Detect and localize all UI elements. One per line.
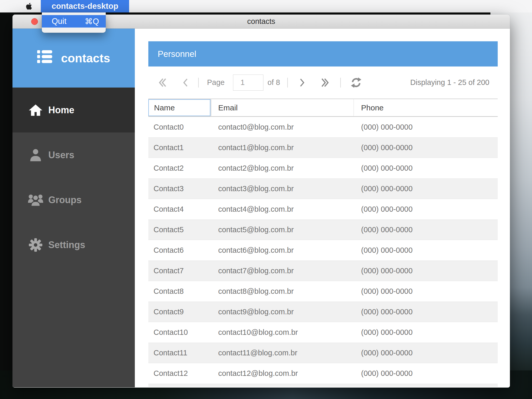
page-number-input[interactable] xyxy=(233,75,263,91)
sidebar-item-groups[interactable]: Groups xyxy=(12,177,135,222)
cell-phone: (000) 000-0000 xyxy=(354,184,498,193)
cell-phone: (000) 000-0000 xyxy=(354,267,498,275)
column-header-name[interactable]: Name xyxy=(148,99,210,116)
table-row[interactable]: Contact7contact7@blog.com.br(000) 000-00… xyxy=(148,261,498,281)
cell-phone: (000) 000-0000 xyxy=(354,328,498,337)
pagination-toolbar: Page of 8 xyxy=(148,66,498,98)
cell-phone: (000) 000-0000 xyxy=(354,246,498,255)
cell-email: contact8@blog.com.br xyxy=(210,287,354,296)
table-row[interactable]: Contact12contact12@blog.com.br(000) 000-… xyxy=(148,363,498,384)
home-icon xyxy=(28,104,44,116)
next-page-icon[interactable] xyxy=(299,78,305,87)
table-body: Contact0contact0@blog.com.br(000) 000-00… xyxy=(148,117,498,384)
cell-email: contact9@blog.com.br xyxy=(210,308,354,316)
cell-phone: (000) 000-0000 xyxy=(354,349,498,357)
gear-icon xyxy=(28,238,44,252)
refresh-icon[interactable] xyxy=(351,77,362,88)
table-row[interactable]: Contact8contact8@blog.com.br(000) 000-00… xyxy=(148,281,498,302)
cell-name: Contact0 xyxy=(148,123,210,131)
grid-list-icon xyxy=(37,50,52,66)
sidebar-item-label: Groups xyxy=(48,195,82,205)
cell-phone: (000) 000-0000 xyxy=(354,123,498,131)
panel-title: Personnel xyxy=(158,49,196,59)
first-page-icon[interactable] xyxy=(159,78,167,87)
cell-phone: (000) 000-0000 xyxy=(354,225,498,234)
page-label: Page xyxy=(207,78,225,87)
table-row[interactable]: Contact3contact3@blog.com.br(000) 000-00… xyxy=(148,178,498,199)
cell-phone: (000) 000-0000 xyxy=(354,369,498,378)
cell-email: contact4@blog.com.br xyxy=(210,205,354,214)
cell-name: Contact3 xyxy=(148,184,210,193)
cell-name: Contact11 xyxy=(148,349,210,357)
sidebar-item-label: Home xyxy=(48,105,74,116)
cell-name: Contact8 xyxy=(148,287,210,296)
toolbar-separator xyxy=(340,78,341,88)
app-window: contacts contacts xyxy=(12,15,510,388)
table-row[interactable]: Contact0contact0@blog.com.br(000) 000-00… xyxy=(148,117,498,137)
close-button[interactable] xyxy=(31,18,38,25)
table-row[interactable]: Contact6contact6@blog.com.br(000) 000-00… xyxy=(148,240,498,261)
table-row[interactable]: Contact11contact11@blog.com.br(000) 000-… xyxy=(148,343,498,363)
cell-email: contact12@blog.com.br xyxy=(210,369,354,378)
sidebar-item-settings[interactable]: Settings xyxy=(12,222,135,267)
table-row[interactable]: Contact10contact10@blog.com.br(000) 000-… xyxy=(148,322,498,343)
cell-name: Contact1 xyxy=(148,143,210,152)
cell-email: contact1@blog.com.br xyxy=(210,143,354,152)
table-row[interactable]: Contact4contact4@blog.com.br(000) 000-00… xyxy=(148,199,498,220)
cell-phone: (000) 000-0000 xyxy=(354,308,498,316)
cell-email: contact2@blog.com.br xyxy=(210,164,354,172)
panel-header: Personnel xyxy=(148,41,498,66)
cell-email: contact0@blog.com.br xyxy=(210,123,354,131)
column-header-email[interactable]: Email xyxy=(210,99,354,116)
cell-name: Contact4 xyxy=(148,205,210,214)
groups-icon xyxy=(28,193,44,207)
prev-page-icon[interactable] xyxy=(183,78,188,87)
sidebar-item-users[interactable]: Users xyxy=(12,132,135,177)
cell-phone: (000) 000-0000 xyxy=(354,287,498,296)
cell-email: contact3@blog.com.br xyxy=(210,184,354,193)
cell-name: Contact7 xyxy=(148,267,210,275)
table-row[interactable]: Contact1contact1@blog.com.br(000) 000-00… xyxy=(148,137,498,158)
menu-bar: contacts-desktop xyxy=(0,0,532,12)
toolbar-separator xyxy=(198,78,199,88)
cell-email: contact10@blog.com.br xyxy=(210,328,354,337)
app-menu-dropdown: Quit ⌘Q xyxy=(42,12,106,33)
cell-name: Contact10 xyxy=(148,328,210,337)
cell-name: Contact2 xyxy=(148,164,210,172)
sidebar-item-home[interactable]: Home xyxy=(12,88,135,132)
last-page-icon[interactable] xyxy=(321,78,329,87)
table-header: Name Email Phone xyxy=(148,98,498,117)
menubar-app-menu[interactable]: contacts-desktop xyxy=(41,0,129,12)
cell-name: Contact6 xyxy=(148,246,210,255)
table-row[interactable]: Contact9contact9@blog.com.br(000) 000-00… xyxy=(148,302,498,322)
main-content: Personnel Page xyxy=(135,29,510,387)
app-logo: contacts xyxy=(12,29,135,88)
user-icon xyxy=(28,148,44,162)
cell-name: Contact5 xyxy=(148,225,210,234)
toolbar-separator xyxy=(287,78,288,88)
cell-phone: (000) 000-0000 xyxy=(354,205,498,214)
cell-phone: (000) 000-0000 xyxy=(354,143,498,152)
cell-name: Contact12 xyxy=(148,369,210,378)
table-row-partial[interactable] xyxy=(148,384,498,387)
cell-email: contact11@blog.com.br xyxy=(210,349,354,357)
quit-shortcut: ⌘Q xyxy=(85,17,99,26)
cell-email: contact5@blog.com.br xyxy=(210,225,354,234)
cell-email: contact6@blog.com.br xyxy=(210,246,354,255)
page-of-label: of 8 xyxy=(268,78,280,87)
cell-email: contact7@blog.com.br xyxy=(210,267,354,275)
apple-icon[interactable] xyxy=(26,2,32,11)
window-title: contacts xyxy=(247,17,275,26)
sidebar-item-label: Settings xyxy=(48,240,85,250)
table-row[interactable]: Contact2contact2@blog.com.br(000) 000-00… xyxy=(148,158,498,178)
cell-phone: (000) 000-0000 xyxy=(354,164,498,172)
menu-item-quit[interactable]: Quit ⌘Q xyxy=(42,15,106,28)
quit-label: Quit xyxy=(52,17,66,26)
displaying-status: Displaying 1 - 25 of 200 xyxy=(410,78,489,87)
column-header-phone[interactable]: Phone xyxy=(354,99,498,116)
table-row[interactable]: Contact5contact5@blog.com.br(000) 000-00… xyxy=(148,220,498,240)
sidebar: contacts Home Users xyxy=(12,29,135,387)
cell-name: Contact9 xyxy=(148,308,210,316)
app-logo-label: contacts xyxy=(61,51,110,65)
sidebar-item-label: Users xyxy=(48,150,74,161)
